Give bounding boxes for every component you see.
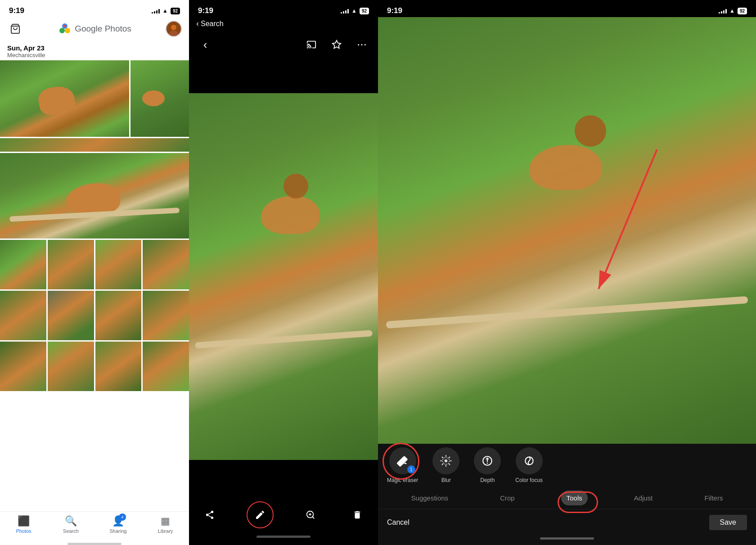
back-label: Search xyxy=(201,20,224,28)
wifi-icon: ▲ xyxy=(351,8,357,14)
photo-cell[interactable] xyxy=(95,342,142,391)
back-photo-button[interactable]: ‹ xyxy=(196,36,214,54)
tab-tools-wrapper: Tools xyxy=(561,494,588,502)
tab-suggestions[interactable]: Suggestions xyxy=(406,491,454,505)
nav-search[interactable]: 🔍 Search xyxy=(55,515,87,534)
panel-viewer: 9:19 ▲ 92 ‹ Search ‹ xyxy=(189,0,378,545)
location-label: Mechanicsville xyxy=(7,52,182,59)
favorite-button[interactable] xyxy=(328,36,346,54)
signal-icon xyxy=(719,8,727,14)
status-icons: ▲ 92 xyxy=(341,8,369,14)
editor-photo-area[interactable] xyxy=(378,17,756,444)
svg-point-13 xyxy=(445,459,448,463)
blur-icon-circle xyxy=(432,447,459,474)
tools-section: 1 Magic eraser Blur xyxy=(378,444,756,545)
date-section: Sun, Apr 23 Mechanicsville xyxy=(0,41,189,60)
nav-library-label: Library xyxy=(158,528,173,534)
photo-cell[interactable] xyxy=(0,60,129,137)
back-button[interactable]: ‹ Search xyxy=(196,19,224,28)
signal-icon xyxy=(341,8,349,14)
depth-icon-circle xyxy=(474,447,501,474)
grid-row-5 xyxy=(0,291,189,340)
nav-library[interactable]: ▦ Library xyxy=(150,515,181,534)
photo-cell[interactable] xyxy=(48,291,94,340)
photos-icon: ⬛ xyxy=(18,515,30,527)
panel-editor: 9:19 ▲ 92 xyxy=(378,0,756,545)
photo-cell[interactable] xyxy=(95,240,142,289)
svg-line-10 xyxy=(312,517,314,518)
photo-cell[interactable] xyxy=(48,240,94,289)
depth-label: Depth xyxy=(480,477,495,483)
magic-eraser-badge: 1 xyxy=(407,465,415,473)
viewer-photo-container[interactable] xyxy=(189,93,378,460)
photo-cell[interactable] xyxy=(143,342,189,391)
more-options-button[interactable]: ⋯ xyxy=(353,36,371,54)
photo-cell[interactable] xyxy=(0,342,46,391)
save-button[interactable]: Save xyxy=(709,515,747,530)
tool-color-focus[interactable]: Color focus xyxy=(515,447,543,483)
viewer-nav-bar: ‹ Search xyxy=(189,17,378,32)
lens-button[interactable] xyxy=(301,505,320,525)
wifi-icon: ▲ xyxy=(162,8,168,14)
edit-button[interactable] xyxy=(247,501,274,528)
library-header: Google Photos xyxy=(0,17,189,41)
editor-action-row: Cancel Save xyxy=(378,509,756,534)
chevron-left-icon: ‹ xyxy=(196,19,199,28)
black-bottom-area xyxy=(189,460,378,496)
tab-tools[interactable]: Tools xyxy=(561,491,588,505)
nav-photos[interactable]: ⬛ Photos xyxy=(8,515,40,534)
photo-cell[interactable] xyxy=(143,291,189,340)
home-indicator xyxy=(256,536,310,538)
panel-library: 9:19 ▲ 92 xyxy=(0,0,189,545)
delete-button[interactable] xyxy=(347,505,367,525)
wifi-icon: ▲ xyxy=(729,8,735,14)
sharing-badge: 4 xyxy=(119,513,126,521)
status-icons: ▲ 92 xyxy=(719,8,747,14)
photo-grid xyxy=(0,60,189,511)
search-icon: 🔍 xyxy=(65,515,77,527)
user-avatar[interactable] xyxy=(166,21,182,37)
grid-row-4 xyxy=(0,240,189,289)
tool-blur[interactable]: Blur xyxy=(432,447,459,483)
editor-status-bar: 9:19 ▲ 92 xyxy=(378,0,756,17)
editor-tabs: Suggestions Crop Tools Adjust Filters xyxy=(378,489,756,509)
magic-eraser-icon-circle: 1 xyxy=(389,447,416,474)
tab-adjust[interactable]: Adjust xyxy=(629,491,658,505)
status-time: 9:19 xyxy=(9,6,24,15)
nav-photos-label: Photos xyxy=(16,528,31,534)
photo-cell[interactable] xyxy=(130,60,189,137)
tool-magic-eraser[interactable]: 1 Magic eraser xyxy=(387,447,418,483)
share-button[interactable] xyxy=(200,505,220,525)
status-time: 9:19 xyxy=(198,6,213,15)
cancel-button[interactable]: Cancel xyxy=(387,518,410,527)
viewer-action-icons: ⋯ xyxy=(302,36,371,54)
battery-indicator: 92 xyxy=(171,8,180,14)
status-bar-dark: 9:19 ▲ 92 xyxy=(189,0,378,17)
grid-row-small xyxy=(0,138,189,152)
bottom-navigation: ⬛ Photos 🔍 Search 👤 4 Sharing ▦ Library xyxy=(0,511,189,543)
status-icons: ▲ 92 xyxy=(152,8,180,14)
tab-crop[interactable]: Crop xyxy=(495,491,520,505)
photo-cell[interactable] xyxy=(95,291,142,340)
svg-point-4 xyxy=(63,25,66,27)
photo-cell[interactable] xyxy=(0,138,189,152)
cast-button[interactable] xyxy=(302,36,320,54)
photo-cell[interactable] xyxy=(0,240,46,289)
app-title: Google Photos xyxy=(75,24,131,34)
tool-depth[interactable]: Depth xyxy=(474,447,501,483)
photo-cell[interactable] xyxy=(0,291,46,340)
shop-icon-button[interactable] xyxy=(7,21,23,37)
magic-eraser-label: Magic eraser xyxy=(387,477,418,483)
battery-indicator: 92 xyxy=(360,8,369,14)
date-label: Sun, Apr 23 xyxy=(7,44,182,52)
home-indicator xyxy=(68,543,122,545)
color-focus-icon-circle xyxy=(516,447,543,474)
photo-cell-main[interactable] xyxy=(0,153,189,239)
black-top-area xyxy=(189,57,378,93)
color-focus-label: Color focus xyxy=(515,477,543,483)
viewer-toolbar: ‹ ⋯ xyxy=(189,32,378,57)
nav-sharing[interactable]: 👤 4 Sharing xyxy=(103,515,134,534)
photo-cell[interactable] xyxy=(143,240,189,289)
tab-filters[interactable]: Filters xyxy=(699,491,729,505)
photo-cell[interactable] xyxy=(48,342,94,391)
